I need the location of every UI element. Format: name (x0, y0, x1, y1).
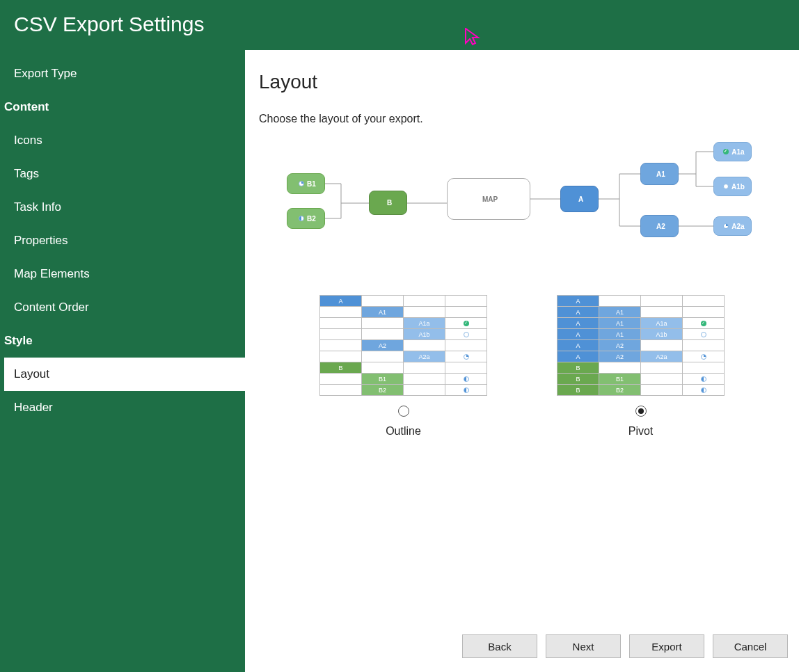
radio-outline-label: Outline (386, 425, 421, 438)
table-cell (683, 329, 725, 340)
table-cell (641, 340, 683, 351)
table-cell (362, 362, 404, 374)
diagram-node-a1a: A1a (713, 142, 752, 161)
table-cell (445, 362, 487, 374)
back-button[interactable]: Back (462, 634, 537, 658)
sidebar-item-properties[interactable]: Properties (0, 224, 245, 257)
sidebar-item-task-info[interactable]: Task Info (0, 191, 245, 224)
table-cell (683, 307, 725, 318)
table-cell: A (320, 296, 362, 307)
radio-pivot[interactable] (635, 406, 647, 417)
radio-pivot-label: Pivot (628, 425, 654, 438)
table-cell (362, 296, 404, 307)
table-cell: A1b (404, 329, 445, 340)
table-cell: ✓ (683, 318, 725, 329)
diagram-node-a2: A2 (640, 215, 679, 237)
sidebar-item-content-order[interactable]: Content Order (0, 291, 245, 324)
table-cell (683, 385, 725, 396)
diagram-node-a1: A1 (640, 163, 679, 185)
table-cell (362, 329, 404, 340)
table-cell: A1 (599, 318, 641, 329)
table-cell (641, 374, 683, 385)
table-cell: A (557, 296, 599, 307)
diagram-node-map: MAP (447, 178, 530, 220)
table-cell (445, 351, 487, 362)
footer-buttons: Back Next Export Cancel (462, 634, 788, 658)
cancel-button[interactable]: Cancel (713, 634, 788, 658)
table-cell: A2a (404, 351, 445, 362)
table-cell (320, 307, 362, 318)
table-cell (320, 351, 362, 362)
content-panel: Layout Choose the layout of your export.… (245, 50, 799, 672)
table-cell (362, 351, 404, 362)
table-cell: A1 (362, 307, 404, 318)
table-cell (641, 362, 683, 374)
table-cell: B2 (599, 385, 641, 396)
next-button[interactable]: Next (546, 634, 621, 658)
table-cell: A (557, 329, 599, 340)
table-cell: ✓ (445, 318, 487, 329)
radio-outline[interactable] (398, 406, 409, 417)
table-cell: A (557, 340, 599, 351)
export-button[interactable]: Export (629, 634, 704, 658)
window-title: CSV Export Settings (0, 0, 799, 50)
table-cell (445, 340, 487, 351)
table-cell (599, 296, 641, 307)
table-cell (445, 296, 487, 307)
option-outline: AA1A1a✓A1bA2A2aBB1B2 Outline (319, 295, 487, 438)
table-cell (683, 362, 725, 374)
table-cell (404, 296, 445, 307)
table-cell (320, 329, 362, 340)
layout-diagram: B1 B2 B MAP A A1 A2 A1a A1b A2a (278, 149, 766, 267)
table-cell: B (557, 385, 599, 396)
table-cell (320, 374, 362, 385)
outline-table: AA1A1a✓A1bA2A2aBB1B2 (319, 295, 487, 396)
table-cell (683, 296, 725, 307)
option-pivot: AAA1AA1A1a✓AA1A1bAA2AA2A2aBBB1BB2 Pivot (557, 295, 725, 438)
table-cell (445, 374, 487, 385)
diagram-node-a: A (560, 186, 599, 212)
table-cell (320, 340, 362, 351)
table-cell: A1 (599, 329, 641, 340)
table-cell: B1 (362, 374, 404, 385)
table-cell (404, 307, 445, 318)
table-cell (683, 340, 725, 351)
table-cell: A2 (599, 351, 641, 362)
table-cell (641, 385, 683, 396)
sidebar-item-header[interactable]: Header (0, 391, 245, 424)
sidebar-item-icons[interactable]: Icons (0, 124, 245, 157)
table-cell: A (557, 307, 599, 318)
table-cell (683, 374, 725, 385)
table-cell (404, 340, 445, 351)
table-cell (445, 307, 487, 318)
table-cell: A2 (599, 340, 641, 351)
table-cell (320, 318, 362, 329)
page-subtext: Choose the layout of your export. (259, 113, 785, 125)
diagram-node-b1: B1 (287, 173, 325, 194)
table-cell: B1 (599, 374, 641, 385)
table-cell (445, 329, 487, 340)
sidebar-item-export-type[interactable]: Export Type (0, 57, 245, 90)
diagram-node-b: B (369, 191, 407, 215)
table-cell (599, 362, 641, 374)
table-cell (404, 385, 445, 396)
table-cell: B (557, 362, 599, 374)
table-cell (683, 351, 725, 362)
sidebar-group: Content (0, 90, 245, 124)
table-cell: A1a (641, 318, 683, 329)
sidebar-group: Style (0, 324, 245, 358)
table-cell (404, 374, 445, 385)
sidebar-item-tags[interactable]: Tags (0, 157, 245, 191)
sidebar-item-map-elements[interactable]: Map Elements (0, 257, 245, 291)
table-cell: A2a (641, 351, 683, 362)
table-cell (362, 318, 404, 329)
table-cell: A (557, 351, 599, 362)
table-cell: A (557, 318, 599, 329)
table-cell (404, 362, 445, 374)
table-cell: A1 (599, 307, 641, 318)
table-cell: A1a (404, 318, 445, 329)
sidebar: Export TypeContentIconsTagsTask InfoProp… (0, 50, 245, 672)
table-cell (320, 385, 362, 396)
table-cell (641, 296, 683, 307)
sidebar-item-layout[interactable]: Layout (0, 358, 245, 391)
